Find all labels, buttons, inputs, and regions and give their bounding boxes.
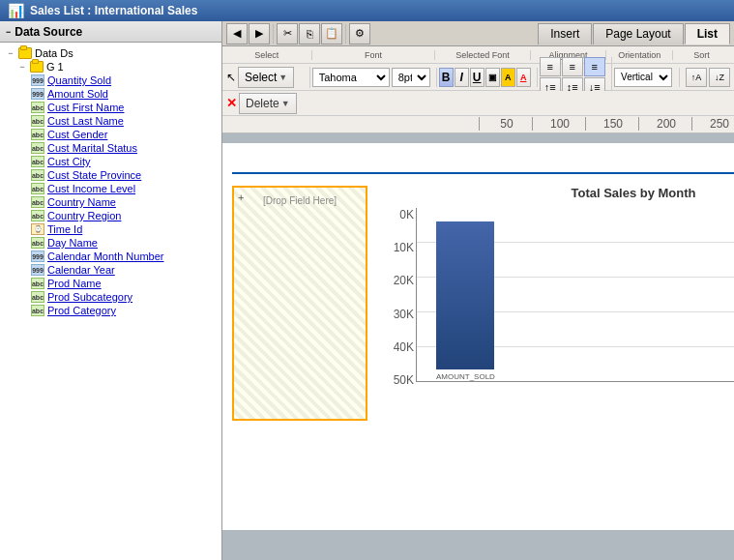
selected-font-section-label: Selected Font	[435, 50, 530, 60]
tree-field-item[interactable]: 999 Calendar Month Number	[4, 250, 218, 263]
field-icon: abc	[31, 156, 44, 167]
divider1	[273, 24, 274, 44]
tree-field-item[interactable]: abc Cust Gender	[4, 128, 218, 141]
field-label: Quantity Sold	[47, 74, 111, 86]
tree-field-item[interactable]: abc Prod Category	[4, 304, 218, 317]
field-label: Calendar Year	[47, 264, 115, 276]
chart-wrapper: 50K 40K 30K 20K 10K 0K	[377, 208, 734, 421]
ruler-content: 50100150200250300350400450500	[222, 117, 734, 131]
align-left-btn[interactable]: ≡	[540, 57, 561, 76]
field-icon: abc	[31, 210, 44, 221]
field-list: 999 Quantity Sold 999 Amount Sold abc Cu…	[4, 74, 218, 317]
window-title: Sales List : International Sales	[30, 4, 197, 17]
highlight-btn[interactable]: A	[501, 68, 515, 87]
select-dropdown-btn[interactable]: Select ▼	[238, 67, 294, 88]
align-row-top: ≡ ≡ ≡	[540, 57, 605, 76]
tree-field-item[interactable]: abc Prod Subcategory	[4, 290, 218, 304]
align-center-btn[interactable]: ≡	[562, 57, 583, 76]
toolbar-icon-copy[interactable]: ⎘	[299, 23, 320, 44]
orientation-select[interactable]: Vertical Horizontal Rotate 90	[614, 68, 672, 87]
tree-container[interactable]: − Data Ds − G 1 999 Quantity Sold 999 Am…	[0, 43, 221, 560]
orientation-section-label: Orientation	[606, 50, 673, 60]
tab-list[interactable]: List	[685, 23, 730, 44]
field-label: Day Name	[47, 237, 98, 249]
tree-root[interactable]: − Data Ds	[4, 46, 218, 60]
tree-expand-group[interactable]: −	[17, 62, 27, 72]
bar-column-1: AMOUNT_SOLD	[436, 221, 495, 381]
tree-field-item[interactable]: 999 Quantity Sold	[4, 74, 218, 87]
y-axis: 50K 40K 30K 20K 10K 0K	[377, 208, 414, 401]
tree-field-item[interactable]: abc Day Name	[4, 236, 218, 250]
ruler-mark: 200	[638, 117, 691, 131]
select-section-label: Select	[226, 50, 312, 60]
italic-btn[interactable]: I	[455, 68, 469, 87]
tree-field-item[interactable]: abc Country Region	[4, 209, 218, 222]
delete-arrow: ▼	[281, 99, 290, 108]
tree-field-item[interactable]: abc Cust Marital Status	[4, 141, 218, 155]
border-btn[interactable]: ▣	[485, 68, 500, 87]
tree-field-item[interactable]: 999 Calendar Year	[4, 263, 218, 277]
tree-group[interactable]: − G 1	[4, 60, 218, 74]
align-right-btn[interactable]: ≡	[584, 57, 605, 76]
tree-field-item[interactable]: abc Country Name	[4, 195, 218, 209]
underline-btn[interactable]: U	[470, 68, 484, 87]
tab-page-layout[interactable]: Page Layout	[593, 23, 683, 44]
field-icon: abc	[31, 278, 44, 289]
field-label: Time Id	[47, 223, 82, 235]
tree-field-item[interactable]: abc Cust State Province	[4, 168, 218, 182]
field-label: Prod Subcategory	[47, 291, 132, 303]
tree-field-item[interactable]: abc Cust Income Level	[4, 182, 218, 195]
app-icon: 📊	[8, 3, 24, 18]
report-body: [Drop Field Here] Total Sales by Month 5…	[222, 176, 734, 430]
field-icon: abc	[31, 129, 44, 140]
field-icon: 999	[31, 264, 44, 276]
field-label: Prod Name	[47, 278, 102, 289]
field-label: Cust First Name	[47, 102, 124, 113]
bold-btn[interactable]: B	[439, 68, 454, 87]
field-label: Cust Income Level	[47, 183, 135, 194]
header-separator	[232, 172, 734, 174]
bar-amount-sold	[436, 221, 494, 369]
field-icon: ⌚	[31, 223, 44, 235]
select-arrow: ▼	[279, 73, 287, 82]
field-icon: abc	[31, 305, 44, 316]
field-label: Country Name	[47, 196, 116, 208]
field-icon: 999	[31, 88, 44, 100]
tree-expand-root[interactable]: −	[6, 48, 15, 58]
folder-icon-root	[18, 47, 32, 59]
ruler: 50100150200250300350400450500	[222, 116, 734, 133]
field-icon: 999	[31, 251, 44, 262]
field-icon: abc	[31, 183, 44, 194]
ruler-mark: 250	[691, 117, 734, 131]
tree-field-item[interactable]: abc Cust First Name	[4, 101, 218, 114]
font-select[interactable]: Tahoma Arial Times New Roman	[312, 68, 390, 87]
sort-area: ↑A ↓Z	[682, 68, 730, 87]
tree-field-item[interactable]: abc Cust Last Name	[4, 114, 218, 128]
sort-desc-btn[interactable]: ↓Z	[709, 68, 730, 87]
group-label: G 1	[46, 61, 64, 73]
field-label: Cust Last Name	[47, 115, 124, 127]
tree-field-item[interactable]: ⌚ Time Id	[4, 222, 218, 236]
tree-field-item[interactable]: abc Cust City	[4, 155, 218, 168]
field-icon: abc	[31, 115, 44, 127]
tree-field-item[interactable]: abc Prod Name	[4, 277, 218, 290]
field-label: Calendar Month Number	[47, 251, 163, 262]
drop-field-zone[interactable]: [Drop Field Here]	[232, 186, 367, 421]
size-select[interactable]: 8pt 10pt 12pt	[392, 68, 430, 87]
toolbar-icon-cut[interactable]: ✂	[277, 23, 298, 44]
toolbar-icon-undo[interactable]: ◀	[226, 23, 248, 44]
tab-insert[interactable]: Insert	[538, 23, 592, 44]
font-color-btn[interactable]: A	[516, 68, 531, 87]
main-container: − Data Source − Data Ds − G 1 999 Quanti…	[0, 21, 734, 560]
ruler-mark: 100	[532, 117, 585, 131]
tree-field-item[interactable]: 999 Amount Sold	[4, 87, 218, 101]
canvas-area[interactable]: Customer S [Drop Field Here] Total Sales…	[222, 133, 734, 560]
delete-dropdown-btn[interactable]: Delete ▼	[239, 93, 297, 114]
toolbar-icon-paste[interactable]: 📋	[321, 23, 342, 44]
datasource-label: Data Source	[15, 25, 82, 39]
delete-icon: ✕	[226, 96, 237, 110]
toolbar-icon-redo[interactable]: ▶	[249, 23, 270, 44]
field-label: Prod Category	[47, 305, 116, 316]
sort-asc-btn[interactable]: ↑A	[686, 68, 707, 87]
toolbar-icon-action[interactable]: ⚙	[349, 23, 370, 44]
